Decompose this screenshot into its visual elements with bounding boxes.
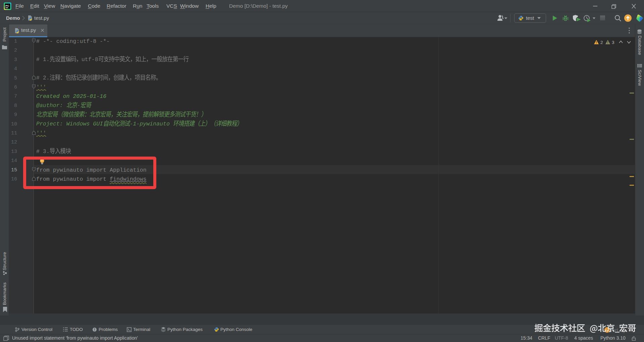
- svg-text:3: 3: [612, 40, 614, 45]
- svg-text:PC: PC: [5, 4, 9, 7]
- svg-text:2: 2: [600, 40, 603, 45]
